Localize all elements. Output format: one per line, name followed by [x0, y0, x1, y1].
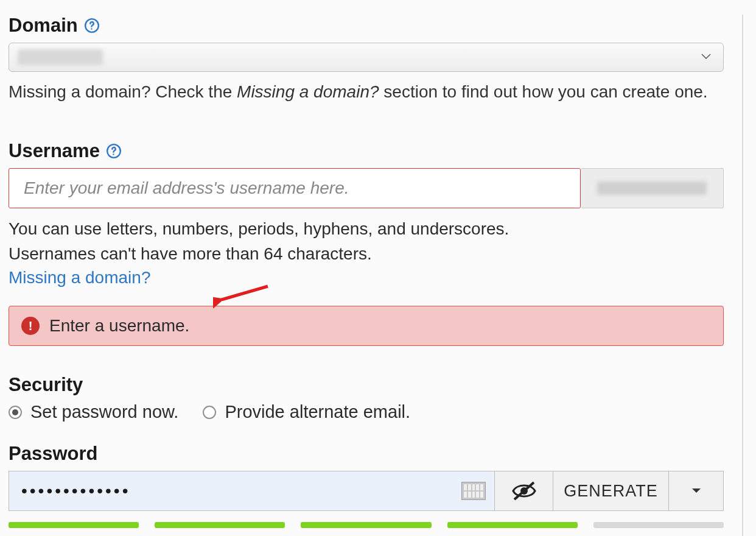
svg-point-1 — [91, 28, 92, 29]
password-strength-meter — [9, 522, 724, 528]
toggle-password-visibility-button[interactable] — [495, 471, 553, 511]
help-icon[interactable] — [84, 18, 100, 34]
radio-icon — [9, 406, 22, 419]
generate-password-button[interactable]: GENERATE — [553, 471, 669, 511]
domain-help-em: Missing a domain? — [237, 82, 379, 101]
domain-label-text: Domain — [9, 15, 78, 37]
strength-segment — [447, 522, 578, 528]
username-domain-suffix — [581, 168, 724, 208]
username-error-alert: ! Enter a username. — [9, 306, 724, 346]
strength-segment — [155, 522, 285, 528]
virtual-keyboard-icon[interactable] — [461, 482, 486, 500]
svg-line-4 — [222, 286, 268, 300]
domain-help-prefix: Missing a domain? Check the — [9, 82, 237, 101]
radio-icon — [203, 406, 216, 419]
username-error-text: Enter a username. — [49, 316, 189, 336]
username-hint-1: You can use letters, numbers, periods, h… — [9, 217, 733, 241]
username-input[interactable] — [9, 168, 581, 208]
chevron-down-icon — [701, 52, 711, 63]
security-label: Security — [9, 374, 733, 396]
help-icon[interactable] — [106, 143, 122, 159]
domain-suffix-redacted — [597, 182, 707, 195]
domain-label: Domain — [9, 15, 733, 37]
missing-domain-link[interactable]: Missing a domain? — [9, 268, 150, 287]
radio-set-password-now[interactable]: Set password now. — [9, 402, 178, 422]
domain-value-redacted — [18, 49, 103, 65]
eye-off-icon — [511, 480, 537, 502]
password-label: Password — [9, 443, 733, 465]
password-value-masked: ••••••••••••• — [21, 481, 130, 501]
security-label-text: Security — [9, 374, 83, 396]
domain-help-suffix: section to find out how you can create o… — [379, 82, 708, 101]
generate-options-dropdown[interactable] — [669, 471, 724, 511]
strength-segment — [301, 522, 431, 528]
annotation-arrow-icon — [213, 281, 274, 308]
radio-label: Provide alternate email. — [225, 402, 410, 422]
username-label-text: Username — [9, 140, 100, 162]
strength-segment — [593, 522, 724, 528]
radio-label: Set password now. — [30, 402, 178, 422]
domain-help-text: Missing a domain? Check the Missing a do… — [9, 80, 733, 104]
username-label: Username — [9, 140, 733, 162]
password-label-text: Password — [9, 443, 97, 465]
domain-select[interactable] — [9, 43, 724, 72]
radio-provide-alternate-email[interactable]: Provide alternate email. — [203, 402, 410, 422]
generate-label: GENERATE — [564, 482, 658, 501]
password-input[interactable]: ••••••••••••• — [9, 471, 495, 511]
username-hint-2: Usernames can't have more than 64 charac… — [9, 242, 733, 266]
strength-segment — [9, 522, 139, 528]
chevron-down-icon — [691, 487, 702, 495]
error-icon: ! — [21, 317, 40, 335]
svg-point-3 — [113, 153, 114, 155]
